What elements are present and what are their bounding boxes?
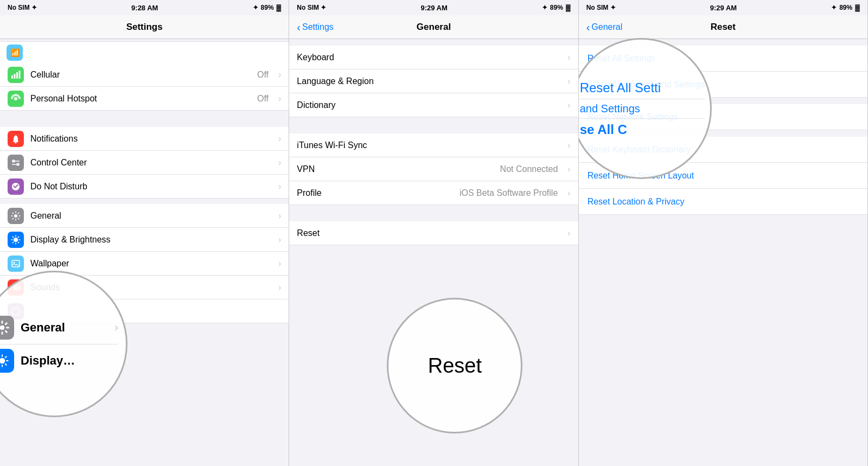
language-chevron: › — [567, 76, 570, 86]
magnifier-general-text: General — [21, 321, 65, 335]
nav-title-3: Reset — [711, 22, 736, 33]
display-item[interactable]: Display & Brightness › — [0, 228, 289, 252]
magnifier-general-icon — [0, 316, 14, 340]
nav-title-1: Settings — [126, 22, 163, 33]
nav-back-label-2: Settings — [302, 22, 334, 32]
hotspot-icon — [8, 91, 24, 107]
status-left-1: No SIM ✦ — [8, 4, 37, 11]
reset-panel: No SIM ✦ 9:29 AM ✦ 89% ▓ ‹ General Reset… — [579, 0, 868, 466]
profile-label: Profile — [297, 188, 453, 198]
status-time-2: 9:29 AM — [420, 4, 447, 12]
magnifier-general-chevron: › — [114, 321, 118, 335]
wallpaper-label: Wallpaper — [30, 259, 272, 269]
magnifier-erase-row: se All C — [579, 119, 705, 141]
back-chevron-3: ‹ — [586, 22, 590, 33]
svg-point-10 — [14, 214, 17, 218]
magnifier-reset-all-text: Reset All Setti — [580, 80, 703, 95]
wifi-icon: 📶 — [7, 44, 23, 61]
general-panel: No SIM ✦ 9:29 AM ✦ 89% ▓ ‹ Settings Gene… — [289, 0, 578, 466]
magnifier-and-settings-row: and Settings — [579, 99, 705, 119]
nav-bar-3: ‹ General Reset — [579, 15, 867, 39]
nav-bar-2: ‹ Settings General — [289, 15, 578, 39]
svg-rect-1 — [14, 74, 16, 79]
magnifier-content-3: Reset All Setti and Settings se All C — [579, 73, 710, 145]
display-label: Display & Brightness — [30, 235, 272, 245]
no-sim-label-2: No SIM ✦ — [297, 4, 326, 11]
svg-point-16 — [0, 325, 4, 330]
notifications-item[interactable]: Notifications › — [0, 127, 289, 151]
vpn-value: Not Connected — [500, 164, 558, 174]
status-time-1: 9:28 AM — [131, 4, 158, 12]
itunes-item[interactable]: iTunes Wi-Fi Sync › — [289, 133, 578, 157]
magnifier-2: Reset — [387, 298, 522, 433]
general-item[interactable]: General › — [0, 204, 289, 228]
battery-icon-3: ▓ — [855, 4, 860, 11]
language-item[interactable]: Language & Region › — [289, 69, 578, 93]
do-not-disturb-item[interactable]: Do Not Disturb › — [0, 175, 289, 199]
nav-bar-1: Settings — [0, 15, 289, 39]
keyboard-chevron: › — [567, 53, 570, 62]
status-bar-2: No SIM ✦ 9:29 AM ✦ 89% ▓ — [289, 0, 578, 15]
hotspot-label: Personal Hotspot — [30, 94, 251, 104]
separator-2 — [0, 199, 289, 204]
dictionary-label: Dictionary — [297, 100, 561, 110]
control-center-icon — [8, 155, 24, 171]
keyboard-item[interactable]: Keyboard › — [289, 46, 578, 69]
notifications-chevron: › — [278, 134, 281, 144]
panel2-separator-2 — [289, 205, 578, 221]
control-center-chevron: › — [278, 158, 281, 168]
reset-location-label: Reset Location & Privacy — [588, 197, 685, 207]
notifications-icon — [8, 131, 24, 147]
display-icon — [8, 232, 24, 248]
svg-point-4 — [14, 97, 17, 100]
dictionary-chevron: › — [567, 100, 570, 110]
panel2-top-space — [289, 41, 578, 46]
nav-title-2: General — [417, 22, 451, 33]
profile-item[interactable]: Profile iOS Beta Software Profile › — [289, 181, 578, 205]
nav-back-3[interactable]: ‹ General — [586, 22, 623, 33]
reset-nav-item[interactable]: Reset › — [289, 221, 578, 245]
svg-point-11 — [14, 238, 18, 242]
wallpaper-chevron: › — [278, 259, 281, 269]
status-left-2: No SIM ✦ — [297, 4, 326, 11]
reset-nav-chevron: › — [567, 228, 570, 238]
svg-point-5 — [15, 142, 17, 143]
magnifier-general-row: General › — [0, 311, 118, 344]
vpn-item[interactable]: VPN Not Connected › — [289, 157, 578, 181]
hotspot-item[interactable]: Personal Hotspot Off › — [0, 87, 289, 111]
hotspot-value: Off — [257, 94, 269, 104]
battery-icon-2: ▓ — [566, 4, 571, 11]
general-label: General — [30, 211, 272, 221]
back-chevron-2: ‹ — [297, 22, 301, 33]
profile-chevron: › — [567, 188, 570, 198]
svg-point-13 — [14, 261, 15, 263]
dictionary-item[interactable]: Dictionary › — [289, 93, 578, 117]
cellular-item[interactable]: Cellular Off › — [0, 63, 289, 87]
magnifier-and-settings-text: and Settings — [580, 103, 703, 115]
vpn-chevron: › — [567, 164, 570, 174]
status-right-1: ✦ 89% ▓ — [253, 4, 282, 11]
magnifier-display-row: Display… — [0, 344, 118, 377]
svg-rect-12 — [12, 260, 20, 267]
status-left-3: No SIM ✦ — [586, 4, 616, 11]
cellular-chevron: › — [278, 70, 281, 80]
battery-label-2: 89% — [550, 4, 563, 11]
magnifier-erase-text: se All C — [580, 122, 703, 137]
control-center-item[interactable]: Control Center › — [0, 151, 289, 175]
profile-value: iOS Beta Software Profile — [459, 188, 558, 198]
cellular-label: Cellular — [30, 70, 251, 80]
svg-rect-3 — [19, 71, 21, 79]
panel2-content: Keyboard › Language & Region › Dictionar… — [289, 39, 578, 245]
no-sim-label-3: No SIM ✦ — [586, 4, 616, 11]
magnifier-display-text: Display… — [21, 349, 75, 372]
dnd-chevron: › — [278, 182, 281, 191]
itunes-label: iTunes Wi-Fi Sync — [297, 141, 561, 150]
general-icon — [8, 208, 24, 224]
svg-rect-0 — [11, 75, 13, 79]
panel3-separator-3 — [579, 215, 867, 221]
general-chevron: › — [278, 211, 281, 221]
reset-location-item[interactable]: Reset Location & Privacy — [579, 189, 867, 215]
magnifier-reset-all-settings-row: Reset All Setti — [579, 77, 705, 99]
nav-back-2[interactable]: ‹ Settings — [297, 22, 333, 33]
panel2-separator-1 — [289, 117, 578, 133]
